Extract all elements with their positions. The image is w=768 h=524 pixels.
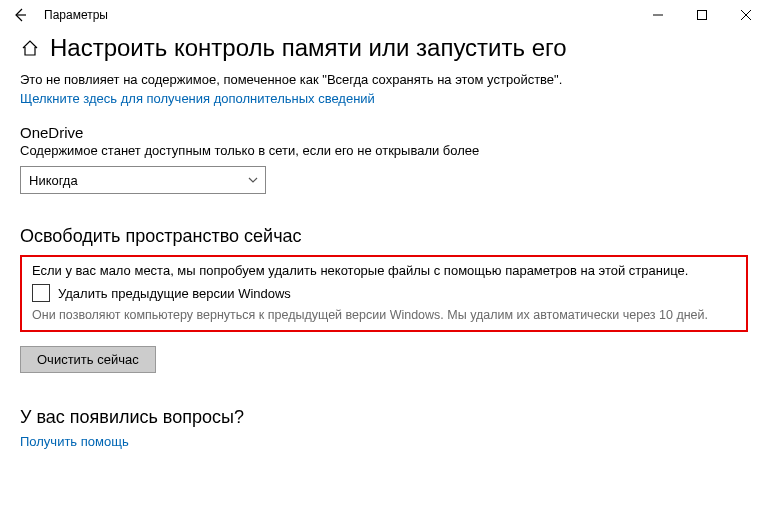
home-icon[interactable] (20, 38, 40, 58)
chevron-down-icon (247, 174, 259, 186)
page-content: Настроить контроль памяти или запустить … (0, 30, 768, 449)
freeup-note: Они позволяют компьютеру вернуться к пре… (32, 308, 736, 322)
highlight-box: Если у вас мало места, мы попробуем удал… (20, 255, 748, 332)
close-button[interactable] (724, 0, 768, 30)
window-title: Параметры (44, 8, 108, 22)
maximize-button[interactable] (680, 0, 724, 30)
onedrive-subtext: Содержимое станет доступным только в сет… (20, 143, 748, 158)
freeup-title: Освободить пространство сейчас (20, 226, 748, 247)
dropdown-value: Никогда (29, 173, 78, 188)
svg-rect-0 (698, 11, 707, 20)
minimize-button[interactable] (636, 0, 680, 30)
checkbox-label: Удалить предыдущие версии Windows (58, 286, 291, 301)
back-button[interactable] (8, 3, 32, 27)
page-title: Настроить контроль памяти или запустить … (50, 34, 567, 62)
maximize-icon (697, 10, 707, 20)
window-controls (636, 0, 768, 30)
onedrive-dropdown[interactable]: Никогда (20, 166, 266, 194)
onedrive-label: OneDrive (20, 124, 748, 141)
checkbox-row: Удалить предыдущие версии Windows (32, 284, 736, 302)
clean-now-button[interactable]: Очистить сейчас (20, 346, 156, 373)
page-description: Это не повлияет на содержимое, помеченно… (20, 72, 748, 87)
help-title: У вас появились вопросы? (20, 407, 748, 428)
get-help-link[interactable]: Получить помощь (20, 434, 129, 449)
heading-row: Настроить контроль памяти или запустить … (20, 34, 748, 62)
minimize-icon (653, 10, 663, 20)
more-info-link[interactable]: Щелкните здесь для получения дополнитель… (20, 91, 375, 106)
freeup-intro: Если у вас мало места, мы попробуем удал… (32, 263, 736, 278)
delete-previous-windows-checkbox[interactable] (32, 284, 50, 302)
arrow-left-icon (13, 8, 27, 22)
close-icon (741, 10, 751, 20)
